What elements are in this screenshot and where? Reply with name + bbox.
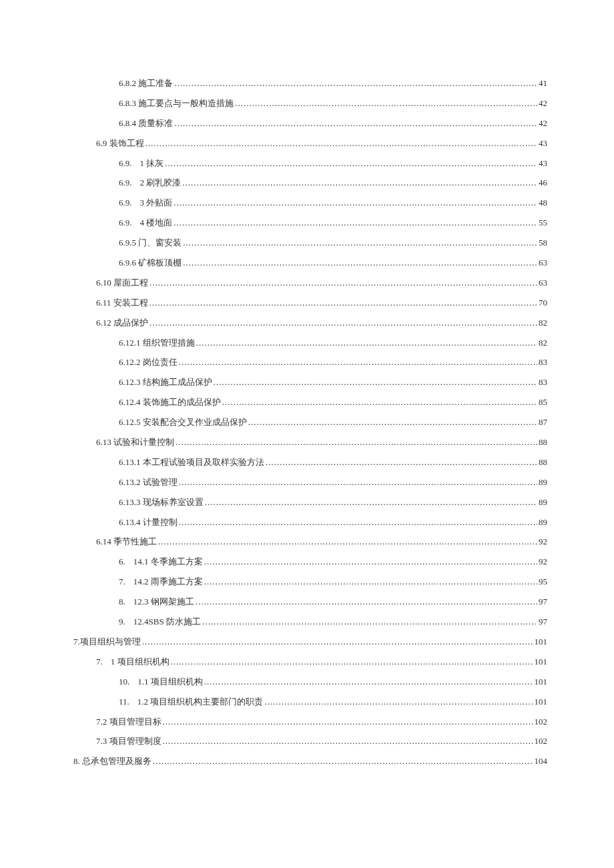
toc-page-number: 104 <box>535 751 548 771</box>
toc-page-number: 101 <box>535 672 548 692</box>
toc-page-number: 89 <box>539 492 547 512</box>
toc-leader-dots <box>165 153 537 173</box>
toc-leader-dots <box>205 492 537 512</box>
toc-prefix: 7. <box>119 572 125 592</box>
table-of-contents: 6.8.2 施工准备416.8.3 施工要点与一般构造措施426.8.4 质量标… <box>73 73 547 771</box>
toc-page-number: 48 <box>539 193 547 213</box>
toc-page-number: 87 <box>539 412 547 432</box>
toc-label: 4 楼地面 <box>140 213 173 233</box>
toc-leader-dots <box>149 313 537 333</box>
toc-leader-dots <box>158 532 537 552</box>
toc-page-number: 83 <box>539 352 547 372</box>
toc-label: 6.13.2 试验管理 <box>119 472 178 492</box>
toc-label: 6.10 屋面工程 <box>96 273 148 293</box>
toc-entry: 6.13.4 计量控制89 <box>73 512 547 532</box>
toc-page-number: 88 <box>539 452 547 472</box>
toc-page-number: 97 <box>539 592 547 612</box>
toc-label: 12.3 钢网架施工 <box>133 592 194 612</box>
toc-leader-dots <box>163 712 533 732</box>
toc-label: 6.9.6 矿棉板顶棚 <box>119 253 182 273</box>
toc-leader-dots <box>248 412 537 432</box>
toc-page-number: 42 <box>539 93 547 113</box>
toc-leader-dots <box>202 612 537 632</box>
toc-page-number: 83 <box>539 372 547 392</box>
toc-page-number: 85 <box>539 392 547 412</box>
toc-leader-dots <box>204 672 533 692</box>
toc-leader-dots <box>182 173 537 193</box>
toc-entry: 6.9 装饰工程43 <box>73 133 547 153</box>
toc-leader-dots <box>183 253 537 273</box>
toc-entry: 6.14.1 冬季施工方案92 <box>73 552 547 572</box>
toc-entry: 11.1.2 项目组织机构主要部门的职责101 <box>73 692 547 712</box>
toc-entry: 7.1 项目组织机构101 <box>73 652 547 672</box>
toc-entry: 7.3 项目管理制度102 <box>73 731 547 751</box>
toc-entry: 7.2 项目管理目标102 <box>73 712 547 732</box>
toc-leader-dots <box>171 652 533 672</box>
toc-leader-dots <box>196 592 537 612</box>
toc-entry: 6.9.6 矿棉板顶棚63 <box>73 253 547 273</box>
toc-entry: 6.9.3 外贴面48 <box>73 193 547 213</box>
toc-label: 6.12.1 组织管理措施 <box>119 333 195 353</box>
toc-page-number: 89 <box>539 472 547 492</box>
toc-label: 12.4SBS 防水施工 <box>133 612 201 632</box>
toc-leader-dots <box>204 552 537 572</box>
toc-leader-dots <box>145 133 538 153</box>
toc-label: 6.8.2 施工准备 <box>119 73 173 93</box>
toc-label: 1 抹灰 <box>140 153 164 173</box>
toc-label: 6.14 季节性施工 <box>96 532 157 552</box>
toc-label: 7.3 项目管理制度 <box>96 731 162 751</box>
toc-leader-dots <box>179 512 537 532</box>
toc-label: 3 外贴面 <box>140 193 173 213</box>
toc-prefix: 9. <box>119 612 125 632</box>
toc-leader-dots <box>149 293 537 313</box>
toc-page-number: 89 <box>539 512 547 532</box>
toc-prefix: 6.9. <box>119 193 132 213</box>
toc-label: 7.项目组织与管理 <box>73 632 141 652</box>
toc-entry: 6.13 试验和计量控制88 <box>73 432 547 452</box>
toc-entry: 6.8.2 施工准备41 <box>73 73 547 93</box>
toc-entry: 6.9.2 刷乳胶漆46 <box>73 173 547 193</box>
toc-page-number: 92 <box>539 532 547 552</box>
toc-label: 1.1 项目组织机构 <box>137 672 203 692</box>
toc-leader-dots <box>266 452 537 472</box>
toc-prefix: 6.9. <box>119 153 132 173</box>
toc-leader-dots <box>204 572 537 592</box>
toc-entry: 6.12.1 组织管理措施82 <box>73 333 547 353</box>
toc-leader-dots <box>174 113 537 133</box>
toc-entry: 6.12.4 装饰施工的成品保护85 <box>73 392 547 412</box>
toc-page-number: 101 <box>535 692 548 712</box>
toc-entry: 8. 总承包管理及服务104 <box>73 751 547 771</box>
toc-label: 6.12 成品保护 <box>96 313 148 333</box>
toc-entry: 6.13.1 本工程试验项目及取样实验方法88 <box>73 452 547 472</box>
toc-page-number: 97 <box>539 612 547 632</box>
toc-page-number: 63 <box>539 273 547 293</box>
toc-label: 8. 总承包管理及服务 <box>73 751 151 771</box>
toc-label: 6.12.5 安装配合交叉作业成品保护 <box>119 412 247 432</box>
toc-entry: 6.12 成品保护82 <box>73 313 547 333</box>
toc-leader-dots <box>179 472 537 492</box>
toc-entry: 7.14.2 雨季施工方案95 <box>73 572 547 592</box>
toc-entry: 6.8.4 质量标准42 <box>73 113 547 133</box>
toc-leader-dots <box>222 392 537 412</box>
toc-page-number: 43 <box>539 153 547 173</box>
toc-page-number: 101 <box>535 632 548 652</box>
toc-prefix: 11. <box>119 692 129 712</box>
toc-label: 6.9 装饰工程 <box>96 133 144 153</box>
toc-leader-dots <box>153 751 533 771</box>
toc-entry: 6.11 安装工程70 <box>73 293 547 313</box>
toc-prefix: 6.9. <box>119 173 132 193</box>
toc-leader-dots <box>163 731 533 751</box>
toc-label: 6.13 试验和计量控制 <box>96 432 174 452</box>
toc-entry: 6.12.2 岗位责任83 <box>73 352 547 372</box>
toc-entry: 6.12.3 结构施工成品保护83 <box>73 372 547 392</box>
toc-entry: 8.12.3 钢网架施工97 <box>73 592 547 612</box>
toc-label: 1.2 项目组织机构主要部门的职责 <box>137 692 264 712</box>
toc-prefix: 8. <box>119 592 125 612</box>
toc-leader-dots <box>142 632 533 652</box>
toc-page-number: 102 <box>535 712 548 732</box>
toc-label: 6.13.1 本工程试验项目及取样实验方法 <box>119 452 264 472</box>
toc-label: 14.1 冬季施工方案 <box>133 552 203 572</box>
toc-leader-dots <box>174 193 537 213</box>
toc-prefix: 10. <box>119 672 129 692</box>
toc-entry: 6.9.5 门、窗安装58 <box>73 233 547 253</box>
